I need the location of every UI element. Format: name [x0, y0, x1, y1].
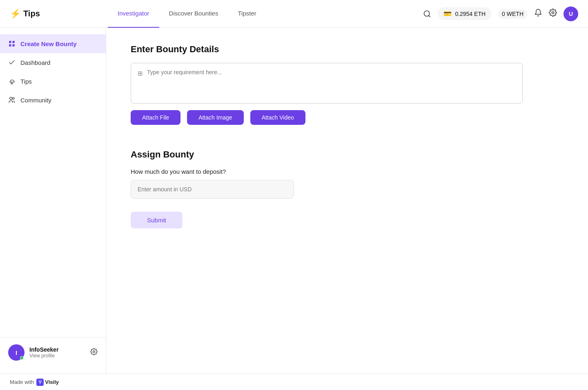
visily-v-icon: V: [36, 379, 44, 386]
sidebar-item-create-bounty[interactable]: Create New Bounty: [0, 34, 106, 53]
attach-image-button[interactable]: Attach Image: [187, 110, 244, 125]
weth-balance: 0 WETH: [498, 9, 528, 19]
tab-investigator[interactable]: Investigator: [108, 0, 159, 28]
visily-logo: V Visily: [36, 379, 59, 386]
tab-discover-bounties[interactable]: Discover Bounties: [159, 0, 228, 28]
sidebar: Create New Bounty Dashboard Tips Communi…: [0, 28, 106, 374]
enter-bounty-section: Enter Bounty Details ⊞ Attach File Attac…: [131, 44, 564, 125]
online-indicator: [20, 356, 24, 360]
sidebar-item-tips-label: Tips: [20, 78, 32, 85]
svg-rect-5: [13, 44, 15, 47]
svg-point-8: [13, 98, 15, 100]
assign-bounty-section: Assign Bounty How much do you want to de…: [131, 149, 564, 228]
svg-point-2: [552, 12, 554, 14]
view-profile-link[interactable]: View profile: [29, 353, 85, 359]
nav-tabs: Investigator Discover Bounties Tipster: [108, 0, 423, 28]
user-name: InfoSeeker: [29, 346, 85, 353]
footer-branding: Made with V Visily: [10, 379, 59, 386]
sidebar-item-dashboard[interactable]: Dashboard: [0, 53, 106, 72]
search-button[interactable]: [423, 10, 431, 18]
sidebar-settings-button[interactable]: [90, 348, 98, 357]
logo-icon: ⚡: [10, 9, 21, 19]
dashboard-icon: [8, 59, 16, 66]
attach-file-button[interactable]: Attach File: [131, 110, 180, 125]
svg-point-9: [93, 350, 95, 352]
user-info: InfoSeeker View profile: [29, 346, 85, 359]
made-with-text: Made with: [10, 379, 34, 385]
sidebar-item-tips[interactable]: Tips: [0, 72, 106, 91]
svg-rect-3: [9, 41, 11, 43]
svg-line-1: [429, 15, 430, 17]
deposit-label: How much do you want to deposit?: [131, 168, 564, 175]
wallet-balance: 💳 0.2954 ETH: [438, 7, 491, 20]
grid-icon: [8, 40, 16, 47]
svg-rect-6: [9, 44, 11, 47]
top-nav: ⚡ Tips Investigator Discover Bounties Ti…: [0, 0, 588, 28]
nav-right: 💳 0.2954 ETH 0 WETH U: [423, 7, 578, 21]
sidebar-user-section: I InfoSeeker View profile: [0, 337, 106, 367]
sidebar-gear-icon: [90, 348, 98, 355]
eth-amount: 0.2954 ETH: [455, 11, 486, 17]
bounty-textarea-wrapper: ⊞: [131, 63, 523, 104]
bounty-details-textarea[interactable]: [147, 69, 516, 98]
bell-icon: [534, 9, 542, 17]
submit-button[interactable]: Submit: [131, 212, 183, 228]
sidebar-user-avatar[interactable]: I: [8, 344, 24, 361]
svg-rect-4: [13, 41, 15, 43]
textarea-icon: ⊞: [138, 70, 143, 77]
sidebar-item-create-bounty-label: Create New Bounty: [20, 40, 77, 47]
settings-button[interactable]: [549, 9, 557, 19]
tab-tipster[interactable]: Tipster: [228, 0, 266, 28]
logo-text: Tips: [23, 9, 40, 18]
visily-brand-text: Visily: [45, 379, 59, 385]
attach-buttons-group: Attach File Attach Image Attach Video: [131, 110, 564, 125]
wallet-icon: 💳: [443, 10, 452, 18]
user-avatar[interactable]: U: [564, 7, 578, 21]
search-icon: [423, 10, 431, 18]
svg-point-7: [10, 97, 12, 100]
footer: Made with V Visily: [0, 374, 588, 390]
bulb-icon: [8, 78, 16, 85]
assign-bounty-title: Assign Bounty: [131, 149, 564, 160]
gear-icon: [549, 9, 557, 17]
sidebar-item-dashboard-label: Dashboard: [20, 59, 50, 66]
community-icon: [8, 96, 16, 104]
sidebar-item-community-label: Community: [20, 97, 51, 104]
main-content: Enter Bounty Details ⊞ Attach File Attac…: [106, 28, 588, 374]
deposit-amount-input[interactable]: [131, 180, 294, 199]
sidebar-item-community[interactable]: Community: [0, 91, 106, 109]
attach-video-button[interactable]: Attach Video: [250, 110, 305, 125]
logo-area: ⚡ Tips: [10, 9, 108, 19]
main-layout: Create New Bounty Dashboard Tips Communi…: [0, 28, 588, 374]
notifications-button[interactable]: [534, 9, 542, 19]
enter-bounty-title: Enter Bounty Details: [131, 44, 564, 55]
